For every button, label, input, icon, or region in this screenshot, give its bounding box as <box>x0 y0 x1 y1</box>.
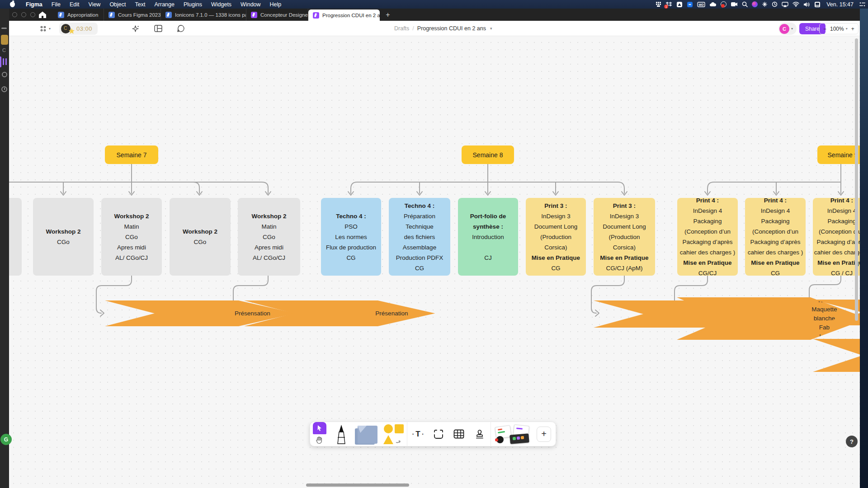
shapes-icon <box>382 423 405 445</box>
window-close-button[interactable] <box>12 12 17 17</box>
circle-icon[interactable] <box>2 72 7 77</box>
menubar-item-arrange[interactable]: Arrange <box>150 1 179 8</box>
menubar-clock[interactable]: Ven. 15:47 <box>825 1 855 8</box>
zoom-controls: − 100%▾ + <box>819 23 859 34</box>
menubar-item-widgets[interactable]: Widgets <box>207 1 236 8</box>
add-tool-button[interactable]: + <box>537 427 551 442</box>
cloud-icon[interactable] <box>709 1 717 8</box>
dropbox-icon[interactable]: 1 <box>665 1 672 8</box>
siri-icon[interactable] <box>752 1 758 8</box>
course-box[interactable]: Workshop 2CGo <box>33 198 94 276</box>
week-node[interactable]: Semaine 7 <box>105 145 158 164</box>
airplay-icon[interactable] <box>782 1 788 8</box>
window-zoom-button[interactable] <box>30 12 35 17</box>
section-tool[interactable] <box>429 422 449 446</box>
teamviewer-icon[interactable] <box>687 1 693 8</box>
breadcrumb-drafts[interactable]: Drafts <box>394 25 409 32</box>
actions-button[interactable] <box>131 21 140 36</box>
course-box[interactable]: Print 3 :InDesign 3Document Long(Product… <box>594 198 655 276</box>
title-chevron-icon[interactable]: ▾ <box>490 26 492 31</box>
timer-value: 03:00 <box>76 25 92 32</box>
menubar-item-object[interactable]: Object <box>105 1 130 8</box>
page-title[interactable]: Progression CDUI en 2 ans <box>417 25 486 32</box>
menubar-item-window[interactable]: Window <box>236 1 265 8</box>
course-box[interactable]: Print 3 :InDesign 3Document Long(Product… <box>526 198 586 276</box>
course-box[interactable]: Techno 4 :PSOLes normesFlux de productio… <box>321 198 381 276</box>
zoom-in-button[interactable]: + <box>851 26 854 32</box>
file-icon <box>251 12 257 18</box>
week-node[interactable]: Semaine 8 <box>462 145 514 164</box>
pause-icon[interactable] <box>3 58 4 65</box>
sticky-note-tool[interactable] <box>351 422 381 446</box>
record-icon[interactable] <box>721 1 726 8</box>
tab-concepteur-designer-ui[interactable]: Concepteur Designer UI <box>246 9 308 21</box>
shape-tool[interactable] <box>381 422 407 446</box>
camera-icon[interactable] <box>731 1 738 8</box>
templates-button[interactable] <box>495 424 528 444</box>
wd-icon[interactable]: WD <box>697 1 705 8</box>
apple-menu-icon[interactable] <box>10 2 15 7</box>
zoom-level-menu[interactable]: 100%▾ <box>830 26 848 32</box>
macos-menu-bar: Figma FileEditViewObjectTextArrangePlugi… <box>0 0 868 9</box>
current-user-chip[interactable]: C ▾ <box>778 23 797 35</box>
menubar-item-edit[interactable]: Edit <box>65 1 84 8</box>
tab-appropriation[interactable]: Appropriation <box>53 9 104 21</box>
zoom-out-button[interactable]: − <box>823 26 826 32</box>
menubar-item-file[interactable]: File <box>47 1 65 8</box>
corner-avatar-badge[interactable]: G <box>0 434 12 445</box>
figjam-canvas[interactable]: Semaine 7Semaine 8Semaine 9Workshop 2CGo… <box>0 36 868 488</box>
file-icon <box>165 12 172 18</box>
tab-progression-cdui-en-2-ans[interactable]: Progression CDUI en 2 ans✕ <box>308 9 380 21</box>
home-icon[interactable] <box>38 11 47 19</box>
course-box[interactable]: Workshop 2CGo <box>170 198 231 276</box>
hand-tool[interactable] <box>316 436 323 444</box>
keyboard-grid-icon[interactable] <box>656 1 661 8</box>
main-menu-button[interactable]: ▾ <box>40 21 51 36</box>
help-button[interactable]: ? <box>846 436 858 447</box>
course-box[interactable]: Print 4 :InDesign 4Packaging(Conception … <box>745 198 806 276</box>
course-box[interactable]: Techno 4 :PréparationTechniquedes fichie… <box>389 198 450 276</box>
tab-cours-figma-2023[interactable]: Cours Figma 2023 <box>104 9 161 21</box>
folder-icon[interactable] <box>1 35 8 45</box>
moves-icon[interactable] <box>762 1 768 8</box>
stamp-tool[interactable] <box>469 422 491 446</box>
marker-icon <box>333 424 347 445</box>
marker-tool[interactable] <box>329 422 351 446</box>
vertical-scrollbar[interactable] <box>855 38 858 321</box>
course-box[interactable]: Workshop 2MatinCGoApres midiAL/ CGo/CJ <box>101 198 162 276</box>
tab-label: Ionicons 7.1.0 — 1338 icons pack (0 <box>175 12 246 18</box>
active-indicator <box>0 56 1 67</box>
layout-grid-icon <box>154 25 162 32</box>
table-tool[interactable] <box>449 422 469 446</box>
menubar-item-plugins[interactable]: Plugins <box>179 1 207 8</box>
horizontal-scrollbar[interactable] <box>306 483 409 487</box>
volume-icon[interactable] <box>803 1 810 8</box>
spotlight-icon[interactable] <box>742 1 748 8</box>
figjam-tool-palette: •T• + <box>310 422 556 446</box>
pause-icon[interactable] <box>5 58 7 65</box>
window-minimize-button[interactable] <box>21 12 26 17</box>
section-icon <box>433 429 444 439</box>
deploy-icon[interactable] <box>676 1 683 8</box>
menubar-app-name[interactable]: Figma <box>21 1 47 8</box>
course-box[interactable]: Port-folio desynthèse :Introduction CJ <box>458 198 518 276</box>
svg-text:WD: WD <box>698 3 704 6</box>
course-box[interactable]: Workshop 2MatinCGoApres midiAL/ CGo/CJ <box>238 198 300 276</box>
menubar-item-text[interactable]: Text <box>131 1 150 8</box>
timemachine-icon[interactable] <box>772 1 778 8</box>
course-box[interactable]: Print 4 :InDesign 4Packaging(Conception … <box>677 198 738 276</box>
control-center-icon[interactable] <box>859 1 865 8</box>
menubar-item-view[interactable]: View <box>84 1 105 8</box>
sticky-stack-icon <box>353 424 378 445</box>
input-source-icon[interactable] <box>814 1 821 8</box>
comment-button[interactable] <box>177 21 185 36</box>
timer-widget[interactable]: 03:00 <box>59 23 98 35</box>
select-tool[interactable] <box>313 422 326 434</box>
menubar-item-help[interactable]: Help <box>265 1 286 8</box>
tab-ionicons-7-1-0-1338-icons-pa[interactable]: Ionicons 7.1.0 — 1338 icons pack (0 <box>161 9 246 21</box>
wifi-icon[interactable] <box>793 1 799 8</box>
new-tab-button[interactable]: + <box>383 10 392 19</box>
chevron-down-icon: ▾ <box>49 27 51 31</box>
text-tool[interactable]: •T• <box>407 422 429 446</box>
layout-grid-button[interactable] <box>154 21 162 36</box>
